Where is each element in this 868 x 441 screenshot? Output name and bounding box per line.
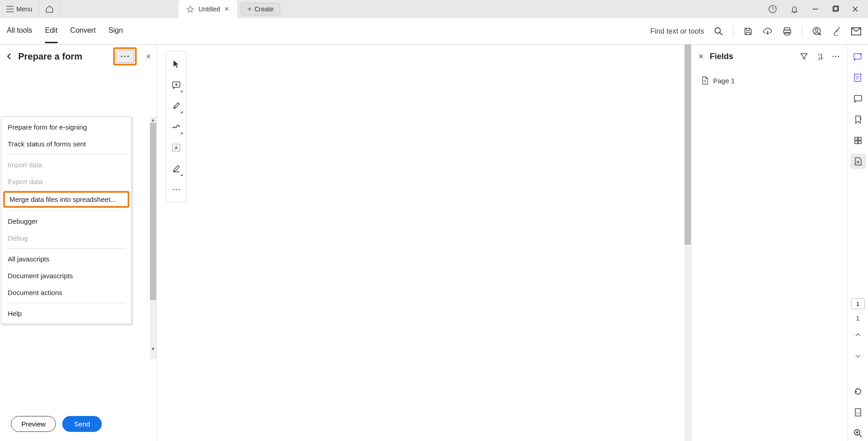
freehand-icon [172, 124, 181, 130]
left-panel: Prepare a form × Prepare form for e-sign… [0, 45, 157, 441]
email-icon[interactable] [851, 27, 861, 35]
add-comment-tool[interactable] [168, 76, 184, 94]
highlight-tool[interactable] [168, 97, 184, 115]
help-icon: ? [768, 5, 777, 14]
send-button[interactable]: Send [62, 416, 102, 432]
chevron-down-icon [855, 354, 861, 358]
page-down-button[interactable] [850, 348, 866, 364]
rail-thumbnails[interactable] [850, 133, 866, 148]
rail-fields[interactable] [850, 154, 866, 169]
more-horizontal-icon[interactable] [832, 55, 840, 58]
main-toolbar: All tools Edit Convert Sign Find text or… [0, 18, 868, 45]
document-canvas[interactable] [157, 45, 684, 441]
page-up-button[interactable] [850, 327, 866, 343]
rotate-button[interactable] [850, 384, 866, 399]
save-icon[interactable] [744, 27, 753, 36]
fit-page-button[interactable]: 1:1 [850, 405, 866, 420]
print-icon[interactable] [783, 27, 792, 36]
center-scrollbar[interactable] [684, 45, 691, 441]
svg-point-24 [833, 56, 834, 57]
menu-debug: Debug [1, 230, 131, 246]
page-icon [701, 76, 709, 85]
menu-prepare-esign[interactable]: Prepare form for e-signing [1, 119, 131, 135]
create-tab-button[interactable]: + Create [241, 3, 280, 15]
svg-point-25 [835, 56, 837, 57]
link-icon[interactable] [832, 27, 841, 36]
svg-rect-7 [785, 32, 789, 35]
signature-tool[interactable] [168, 160, 184, 178]
pointer-tool[interactable] [168, 55, 184, 73]
find-text-button[interactable]: Find text or tools [650, 27, 704, 35]
help-button[interactable]: ? [768, 5, 777, 14]
bell-icon [790, 5, 799, 14]
comment-icon [853, 94, 863, 103]
tab-sign[interactable]: Sign [109, 19, 123, 43]
svg-point-4 [715, 28, 720, 33]
document-tab[interactable]: Untitled × [179, 0, 237, 18]
close-window-button[interactable] [852, 5, 859, 13]
create-label: Create [254, 5, 273, 13]
panel-close-button[interactable]: × [146, 52, 151, 61]
menu-button[interactable]: Menu [0, 0, 39, 18]
tab-all-tools[interactable]: All tools [7, 19, 32, 43]
page-total: 1 [856, 315, 860, 322]
rail-comments[interactable] [850, 91, 866, 106]
scroll-thumb[interactable] [684, 45, 691, 245]
rail-generative-summary[interactable] [850, 70, 866, 85]
svg-point-19 [173, 189, 174, 190]
page-number-input[interactable]: 1 [851, 298, 865, 309]
fields-close-button[interactable]: × [699, 52, 704, 61]
svg-rect-27 [854, 54, 861, 59]
maximize-button[interactable] [832, 5, 839, 13]
page-item[interactable]: Page 1 [701, 74, 837, 87]
svg-rect-29 [854, 95, 862, 101]
panel-footer: Preview Send [0, 407, 156, 441]
rail-ai-assistant[interactable] [850, 49, 866, 65]
rail-bookmarks[interactable] [850, 112, 866, 127]
filter-icon[interactable] [800, 52, 808, 60]
svg-rect-30 [855, 137, 858, 140]
hamburger-icon [6, 6, 14, 12]
separator [802, 26, 802, 37]
menu-document-javascripts[interactable]: Document javascripts [1, 267, 131, 284]
minimize-button[interactable] [812, 5, 819, 13]
home-button[interactable] [39, 0, 60, 18]
notifications-button[interactable] [790, 5, 799, 14]
svg-point-26 [838, 56, 839, 57]
svg-point-21 [179, 189, 180, 190]
tab-convert[interactable]: Convert [70, 19, 96, 43]
back-button[interactable] [5, 52, 14, 60]
select-text-tool[interactable]: A [168, 139, 184, 157]
menu-all-javascripts[interactable]: All javascripts [1, 251, 131, 267]
minimize-icon [812, 5, 819, 13]
menu-import-data: Import data [1, 156, 131, 173]
draw-tool[interactable] [168, 118, 184, 136]
sort-icon[interactable]: AZ [816, 52, 823, 60]
menu-help[interactable]: Help [1, 305, 131, 322]
svg-text:1:1: 1:1 [856, 411, 860, 415]
menu-debugger[interactable]: Debugger [1, 213, 131, 230]
menu-document-actions[interactable]: Document actions [1, 284, 131, 301]
menu-track-status[interactable]: Track status of forms sent [1, 135, 131, 152]
fields-panel-icon [854, 157, 862, 166]
tab-close-button[interactable]: × [225, 5, 229, 13]
more-options-button[interactable] [116, 50, 134, 63]
cursor-icon [172, 60, 180, 69]
share-user-icon[interactable] [812, 26, 822, 36]
search-icon[interactable] [714, 27, 723, 36]
close-icon [852, 5, 859, 13]
fields-title: Fields [710, 52, 794, 61]
zoom-button[interactable] [850, 426, 866, 441]
more-horizontal-icon [120, 55, 129, 58]
grid-icon [854, 136, 862, 145]
cloud-upload-icon[interactable] [763, 27, 773, 36]
more-options-highlight [113, 47, 137, 65]
panel-header: Prepare a form × [0, 45, 156, 68]
preview-button[interactable]: Preview [11, 416, 56, 432]
tab-edit[interactable]: Edit [45, 19, 58, 43]
menu-merge-data[interactable]: Merge data files into spreadsheet... [3, 191, 129, 208]
svg-text:A: A [174, 145, 178, 150]
maximize-icon [832, 5, 839, 13]
svg-rect-33 [858, 141, 861, 144]
more-tools[interactable] [168, 180, 184, 199]
